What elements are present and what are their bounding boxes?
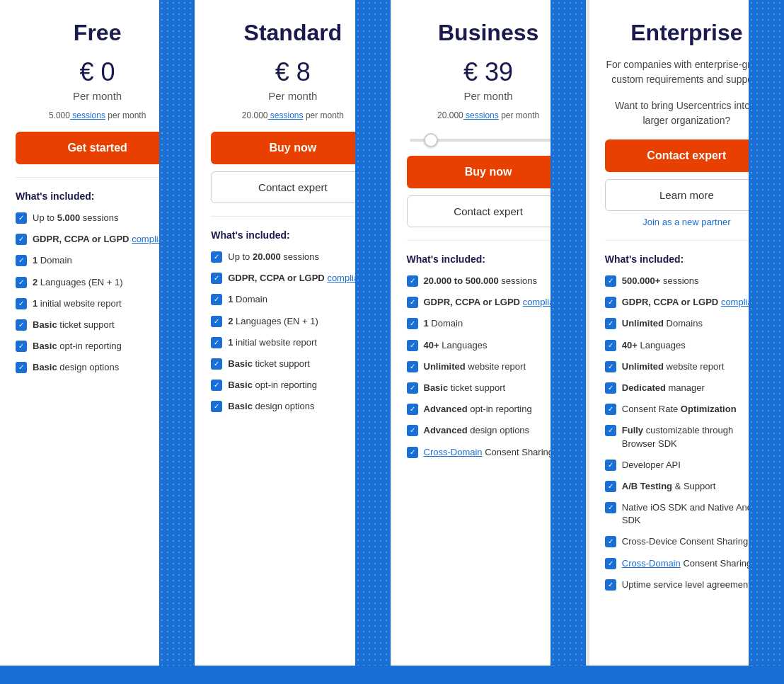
list-item: ✓ Basic opt-in reporting: [211, 379, 374, 392]
check-icon: ✓: [16, 277, 27, 288]
list-item: ✓ 1 Domain: [16, 254, 179, 267]
business-contact-expert-button[interactable]: Contact expert: [407, 195, 570, 227]
list-item: ✓ Dedicated manager: [605, 382, 768, 394]
check-icon: ✓: [211, 251, 222, 263]
list-item: ✓ Basic design options: [211, 400, 374, 413]
business-feature-list: ✓ 20.000 to 500.000 sessions ✓ GDPR, CCP…: [407, 275, 570, 459]
list-item: ✓ Developer API: [605, 459, 768, 472]
business-whats-included: What's included:: [407, 253, 570, 265]
compliance-link[interactable]: compliance: [132, 234, 178, 244]
business-sessions-info: 20.000 sessions per month: [407, 110, 570, 120]
list-item: ✓ Basic ticket support: [16, 319, 179, 331]
check-icon: ✓: [605, 536, 616, 547]
check-icon: ✓: [16, 362, 27, 373]
standard-divider: [211, 216, 374, 217]
cross-domain-link[interactable]: Cross-Domain: [622, 558, 681, 569]
free-price-amount: € 0: [80, 57, 115, 86]
check-icon: ✓: [605, 502, 616, 513]
check-icon: ✓: [407, 382, 418, 394]
check-icon: ✓: [407, 425, 418, 436]
check-icon: ✓: [407, 275, 418, 287]
standard-contact-expert-button[interactable]: Contact expert: [211, 171, 374, 203]
free-plan-price: € 0: [16, 57, 179, 87]
list-item: ✓ GDPR, CCPA or LGPD compliance: [605, 296, 768, 309]
free-get-started-button[interactable]: Get started: [16, 132, 179, 164]
free-price-period: Per month: [16, 90, 179, 102]
standard-feature-list: ✓ Up to 20.000 sessions ✓ GDPR, CCPA or …: [211, 251, 374, 414]
list-item: ✓ Up to 5.000 sessions: [16, 212, 179, 224]
standard-sessions-link[interactable]: sessions: [268, 110, 304, 120]
enterprise-question: Want to bring Usercentrics into a larger…: [605, 98, 768, 128]
enterprise-divider: [605, 240, 768, 241]
business-plan-card: Business € 39 Per month 20.000 sessions …: [391, 0, 587, 666]
business-slider-container: [407, 132, 570, 144]
list-item: ✓ Cross-Domain Consent Sharing: [407, 446, 570, 459]
list-item: ✓ Basic opt-in reporting: [16, 340, 179, 353]
standard-sessions-info: 20.000 sessions per month: [211, 110, 374, 120]
enterprise-learn-more-button[interactable]: Learn more: [605, 179, 768, 211]
list-item: ✓ Up to 20.000 sessions: [211, 251, 374, 263]
list-item: ✓ GDPR, CCPA or LGPD compliance: [407, 296, 570, 309]
list-item: ✓ Basic design options: [16, 361, 179, 374]
check-icon: ✓: [605, 481, 616, 492]
list-item: ✓ 20.000 to 500.000 sessions: [407, 275, 570, 287]
cross-domain-link[interactable]: Cross-Domain: [424, 447, 483, 457]
list-item: ✓ GDPR, CCPA or LGPD compliance: [16, 233, 179, 246]
check-icon: ✓: [605, 340, 616, 351]
standard-plan-title: Standard: [211, 20, 374, 46]
list-item: ✓ 1 Domain: [407, 317, 570, 330]
business-buy-now-button[interactable]: Buy now: [407, 156, 570, 188]
compliance-link[interactable]: compliance: [523, 297, 570, 307]
list-item: ✓ 40+ Languages: [605, 339, 768, 352]
check-icon: ✓: [605, 558, 616, 569]
standard-price-amount: € 8: [275, 57, 311, 86]
check-icon: ✓: [605, 425, 616, 436]
free-sessions-link[interactable]: sessions: [70, 110, 105, 120]
list-item: ✓ Unlimited website report: [605, 360, 768, 373]
check-icon: ✓: [605, 297, 616, 308]
compliance-link[interactable]: compliance: [327, 273, 374, 283]
list-item: ✓ 1 initial website report: [16, 297, 179, 310]
business-sessions-slider[interactable]: [410, 139, 567, 142]
standard-buy-now-button[interactable]: Buy now: [211, 132, 374, 164]
check-icon: ✓: [16, 212, 27, 224]
list-item: ✓ Fully customizable through Browser SDK: [605, 424, 768, 450]
check-icon: ✓: [211, 380, 222, 391]
list-item: ✓ 2 Languages (EN + 1): [211, 315, 374, 328]
check-icon: ✓: [407, 361, 418, 372]
check-icon: ✓: [407, 447, 418, 458]
list-item: ✓ A/B Testing & Support: [605, 480, 768, 493]
check-icon: ✓: [16, 319, 27, 331]
free-sessions-info: 5.000 sessions per month: [16, 110, 179, 120]
check-icon: ✓: [407, 318, 418, 329]
check-icon: ✓: [16, 298, 27, 309]
list-item: ✓ 1 initial website report: [211, 336, 374, 349]
enterprise-desc: For companies with enterprise-grade cust…: [605, 57, 768, 87]
business-divider: [407, 240, 570, 241]
check-icon: ✓: [605, 382, 616, 394]
list-item: ✓ Cross-Device Consent Sharing: [605, 535, 768, 548]
check-icon: ✓: [211, 358, 222, 370]
free-plan-title: Free: [16, 20, 179, 46]
list-item: ✓ 1 Domain: [211, 293, 374, 306]
check-icon: ✓: [407, 340, 418, 351]
standard-plan-card: Standard € 8 Per month 20.000 sessions p…: [195, 0, 391, 666]
check-icon: ✓: [605, 579, 616, 591]
check-icon: ✓: [211, 273, 222, 284]
list-item: ✓ Basic ticket support: [407, 382, 570, 394]
list-item: ✓ 500.000+ sessions: [605, 275, 768, 287]
business-plan-price: € 39: [407, 57, 570, 87]
enterprise-plan-card: Enterprise For companies with enterprise…: [587, 0, 784, 666]
list-item: ✓ GDPR, CCPA or LGPD compliance: [211, 272, 374, 285]
check-icon: ✓: [16, 341, 27, 352]
business-sessions-link[interactable]: sessions: [463, 110, 499, 120]
list-item: ✓ Uptime service level agreement: [605, 578, 768, 591]
enterprise-whats-included: What's included:: [605, 253, 768, 265]
list-item: ✓ Advanced design options: [407, 424, 570, 437]
business-price-period: Per month: [407, 90, 570, 102]
enterprise-partner-link[interactable]: Join as a new partner: [605, 217, 768, 227]
check-icon: ✓: [211, 401, 222, 412]
compliance-link[interactable]: compliance: [721, 297, 768, 307]
enterprise-contact-expert-button[interactable]: Contact expert: [605, 139, 768, 172]
free-feature-list: ✓ Up to 5.000 sessions ✓ GDPR, CCPA or L…: [16, 212, 179, 375]
